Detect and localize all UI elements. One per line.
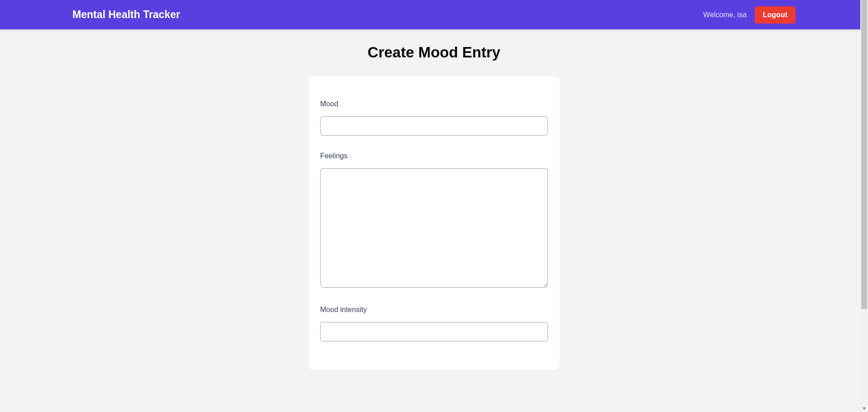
header-left: Mental Health Tracker: [18, 9, 180, 21]
logout-button[interactable]: Logout: [755, 6, 796, 24]
vertical-scrollbar[interactable]: ▴ ▾: [860, 0, 868, 369]
app-header: Mental Health Tracker Welcome, isa Logou…: [0, 0, 868, 29]
main-container: Create Mood Entry Mood Feelings Mood int…: [144, 44, 724, 369]
feelings-group: Feelings: [320, 152, 548, 289]
app-title-link[interactable]: Mental Health Tracker: [72, 9, 180, 21]
page-title: Create Mood Entry: [153, 44, 715, 61]
form-card: Mood Feelings Mood intensity: [308, 76, 560, 369]
scrollbar-thumb[interactable]: [861, 0, 867, 309]
feelings-textarea[interactable]: [320, 168, 548, 288]
header-right: Welcome, isa Logout: [703, 6, 850, 24]
feelings-label: Feelings: [320, 152, 548, 160]
mood-intensity-input[interactable]: [320, 322, 548, 341]
welcome-text: Welcome, isa: [703, 11, 747, 19]
mood-label: Mood: [320, 100, 548, 108]
mood-group: Mood: [320, 100, 548, 136]
mood-intensity-label: Mood intensity: [320, 306, 548, 314]
mood-input[interactable]: [320, 116, 548, 136]
mood-intensity-group: Mood intensity: [320, 306, 548, 341]
